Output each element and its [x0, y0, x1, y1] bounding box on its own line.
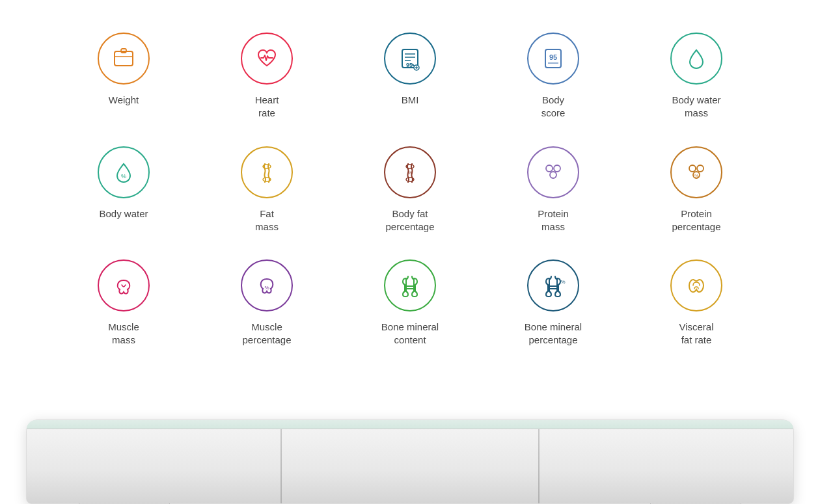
weight-label: Weight — [109, 94, 139, 107]
body-water-label: Body water — [99, 207, 148, 220]
fat-mass-item: Fatmass — [195, 133, 338, 247]
protein-percentage-item: % Proteinpercentage — [625, 133, 768, 247]
protein-mass-label: Proteinmass — [538, 207, 569, 234]
body-score-icon-circle: 95 — [527, 33, 579, 85]
svg-text:95: 95 — [406, 62, 413, 68]
muscle-percentage-label: Musclepercentage — [242, 321, 291, 347]
fat-mass-icon-circle — [241, 146, 293, 198]
body-water-mass-icon-circle — [670, 33, 722, 85]
bmi-item: 95 BMI — [338, 20, 482, 133]
visceral-fat-rate-item: Visceralfat rate — [625, 246, 768, 360]
icons-grid: Weight Heartrate 95 BMI — [0, 0, 820, 367]
scale-container — [0, 384, 820, 504]
svg-text:%: % — [121, 173, 126, 179]
body-water-icon-circle: % — [98, 146, 150, 198]
body-score-label: Bodyscore — [541, 94, 566, 120]
svg-text:%: % — [264, 285, 269, 291]
scale-body — [26, 419, 794, 504]
heart-rate-item: Heartrate — [195, 20, 338, 133]
svg-point-23 — [550, 172, 556, 178]
heart-rate-icon-circle — [241, 33, 293, 85]
protein-mass-item: Proteinmass — [482, 133, 625, 247]
bone-mineral-content-label: Bone mineralcontent — [381, 321, 439, 347]
svg-text:%: % — [560, 279, 565, 285]
weight-item: Weight — [52, 20, 195, 133]
protein-mass-icon-circle — [527, 146, 579, 198]
body-water-mass-item: Body watermass — [625, 20, 768, 133]
bmi-label: BMI — [402, 94, 419, 107]
protein-percentage-icon-circle: % — [670, 146, 722, 198]
body-fat-percentage-icon-circle: % — [384, 146, 436, 198]
svg-point-21 — [546, 165, 553, 172]
body-score-item: 95 Bodyscore — [482, 20, 625, 133]
svg-text:95: 95 — [549, 53, 557, 61]
svg-point-25 — [697, 165, 704, 172]
svg-text:%: % — [407, 170, 412, 176]
bone-mineral-percentage-label: Bone mineralpercentage — [525, 321, 582, 347]
svg-point-24 — [689, 165, 696, 172]
scale-divider-right — [538, 429, 540, 503]
bone-mineral-percentage-item: % Bone mineralpercentage — [482, 246, 625, 360]
weight-icon-circle — [98, 33, 150, 85]
bone-mineral-percentage-icon-circle: % — [527, 259, 579, 312]
muscle-percentage-icon-circle: % — [241, 259, 293, 312]
muscle-mass-icon-circle — [98, 259, 150, 312]
protein-percentage-label: Proteinpercentage — [672, 207, 720, 234]
visceral-fat-rate-label: Visceralfat rate — [679, 321, 713, 347]
body-water-item: % Body water — [52, 133, 195, 247]
scale-divider-left — [280, 429, 282, 503]
bone-mineral-content-icon-circle — [384, 259, 436, 312]
scale-top-edge — [27, 420, 793, 429]
svg-point-22 — [554, 165, 560, 172]
svg-text:%: % — [694, 174, 698, 178]
fat-mass-label: Fatmass — [255, 207, 279, 234]
visceral-fat-rate-icon-circle — [670, 259, 722, 312]
body-water-mass-label: Body watermass — [672, 94, 720, 120]
svg-rect-0 — [115, 51, 133, 66]
bmi-icon-circle: 95 — [384, 33, 436, 85]
muscle-mass-label: Musclemass — [108, 321, 139, 347]
muscle-percentage-item: % Musclepercentage — [195, 246, 338, 360]
body-fat-percentage-label: Body fatpercentage — [385, 207, 434, 234]
body-fat-percentage-item: % Body fatpercentage — [338, 133, 482, 247]
muscle-mass-item: Musclemass — [52, 246, 195, 360]
heart-rate-label: Heartrate — [255, 94, 279, 120]
bone-mineral-content-item: Bone mineralcontent — [338, 246, 482, 360]
